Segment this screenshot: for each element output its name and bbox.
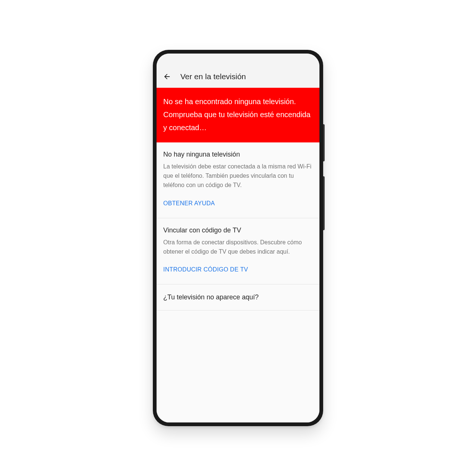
phone-side-button <box>323 176 325 230</box>
section-title: Vincular con código de TV <box>163 226 313 234</box>
phone-frame: Ver en la televisión No se ha encontrado… <box>153 50 323 426</box>
section-body: La televisión debe estar conectada a la … <box>163 162 313 190</box>
get-help-link[interactable]: OBTENER AYUDA <box>163 200 215 207</box>
section-body: Otra forma de conectar dispositivos. Des… <box>163 238 313 257</box>
arrow-left-icon <box>163 73 171 81</box>
alert-banner: No se ha encontrado ninguna televisión. … <box>157 88 319 142</box>
question-text: ¿Tu televisión no aparece aquí? <box>163 293 313 301</box>
back-button[interactable] <box>163 72 171 81</box>
section-tv-code: Vincular con código de TV Otra forma de … <box>157 218 319 284</box>
section-tv-not-showing[interactable]: ¿Tu televisión no aparece aquí? <box>157 284 319 311</box>
app-header: Ver en la televisión <box>157 67 319 88</box>
phone-screen: Ver en la televisión No se ha encontrado… <box>157 54 319 422</box>
empty-area <box>157 311 319 422</box>
status-bar <box>157 54 319 67</box>
page-title: Ver en la televisión <box>180 72 246 81</box>
section-title: No hay ninguna televisión <box>163 151 313 158</box>
phone-side-button <box>323 124 325 161</box>
section-no-tv: No hay ninguna televisión La televisión … <box>157 142 319 218</box>
alert-message: No se ha encontrado ninguna televisión. … <box>163 97 311 132</box>
enter-tv-code-link[interactable]: INTRODUCIR CÓDIGO DE TV <box>163 266 248 273</box>
